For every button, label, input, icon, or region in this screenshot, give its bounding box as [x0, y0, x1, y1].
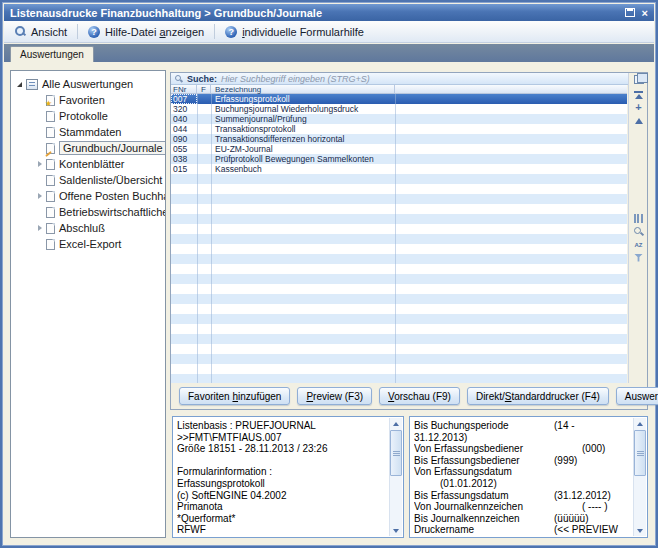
- form-help-button-label: individuelle Formularhilfe: [242, 26, 364, 38]
- document-icon: [46, 127, 55, 138]
- action-button-bar: Favoriten hinzufügen Preview (F3) Vorsch…: [171, 383, 647, 409]
- collapsed-icon[interactable]: [34, 161, 45, 167]
- table-row[interactable]: 090Transaktionsdifferenzen horizontal: [171, 134, 627, 144]
- column-header-f[interactable]: F: [197, 85, 211, 93]
- close-icon[interactable]: ×: [642, 8, 648, 18]
- scroll-down-arrow[interactable]: [390, 525, 402, 536]
- expanded-icon[interactable]: [14, 82, 25, 87]
- form-help-button[interactable]: ? individuelle Formularhilfe: [219, 24, 370, 40]
- tree-item-protokolle[interactable]: Protokolle: [11, 108, 165, 124]
- tree-item-kontenblaetter[interactable]: Kontenblätter: [11, 156, 165, 172]
- restore-icon[interactable]: [625, 8, 635, 17]
- scroll-thumb[interactable]: [634, 430, 646, 476]
- add-icon[interactable]: +: [632, 102, 645, 113]
- scroll-up-arrow[interactable]: [634, 418, 646, 429]
- list-tool-rail: + AZ: [628, 73, 647, 383]
- document-icon: [46, 175, 55, 186]
- search-bar[interactable]: Suche: Hier Suchbegriff eingeben (STRG+S…: [171, 73, 647, 85]
- document-icon: [46, 207, 55, 218]
- document-icon: [46, 111, 55, 122]
- report-table-body: 007Erfassungsprotokoll 320Buchungsjourna…: [171, 94, 627, 383]
- toolbar-separator: [77, 24, 78, 39]
- tab-auswertungen[interactable]: Auswertungen: [10, 46, 94, 62]
- scrollbar[interactable]: [633, 418, 646, 536]
- column-header-empty: [395, 85, 627, 93]
- toolbar-separator: [214, 24, 215, 39]
- table-row[interactable]: 044Transaktionsprotokoll: [171, 124, 627, 134]
- app-window: { "window": { "title": "Listenausdrucke …: [0, 0, 658, 548]
- table-header: FNr F Bezeichnung: [171, 85, 627, 94]
- table-row[interactable]: 055EU-ZM-Journal: [171, 144, 627, 154]
- preview-button[interactable]: Preview (F3): [297, 387, 372, 405]
- report-list-panel: Suche: Hier Suchbegriff eingeben (STRG+S…: [170, 72, 648, 410]
- application-window: Listenausdrucke Finanzbuchhaltung > Grun…: [0, 0, 658, 548]
- view-button[interactable]: Ansicht: [9, 24, 73, 40]
- search-input[interactable]: Hier Suchbegriff eingeben (STRG+S): [221, 74, 370, 84]
- tree-item-betriebswirtschaftliche[interactable]: Betriebswirtschaftliche Auswertungen: [11, 204, 165, 220]
- scroll-down-arrow[interactable]: [634, 525, 646, 536]
- tree-item-saldenliste[interactable]: Saldenliste/Übersicht: [11, 172, 165, 188]
- table-row[interactable]: 040Summenjournal/Prüfung: [171, 114, 627, 124]
- help-icon: ?: [225, 26, 237, 38]
- list-info-panel: Listenbasis : PRUEFJOURNAL >>FMT\FMTFIAU…: [172, 416, 404, 538]
- tree-item-abschluss[interactable]: Abschluß: [11, 220, 165, 236]
- view-button-label: Ansicht: [31, 26, 67, 38]
- add-favorite-button[interactable]: Favoriten hinzufügen: [179, 387, 290, 405]
- search-list-icon[interactable]: [632, 226, 645, 237]
- reports-root-icon: [26, 79, 38, 90]
- window-title: Listenausdrucke Finanzbuchhaltung > Grun…: [10, 7, 322, 19]
- report-tree-panel: Alle Auswertungen ★ Favoriten Protokolle…: [10, 70, 166, 538]
- scroll-thumb[interactable]: [390, 430, 402, 476]
- scroll-up-arrow[interactable]: [390, 418, 402, 429]
- tree-item-offene-posten[interactable]: Offene Posten Buchhaltung: [11, 188, 165, 204]
- tree-item-excel-export[interactable]: Excel-Export: [11, 236, 165, 252]
- table-row[interactable]: 007Erfassungsprotokoll: [171, 94, 627, 104]
- help-file-button-label: Hilfe-Datei anzeigen: [105, 26, 204, 38]
- parameter-info-text: Bis Buchungsperiode(14 - 31.12.2013) Von…: [414, 420, 631, 535]
- view-magnifier-icon: [15, 26, 26, 37]
- document-icon: [46, 239, 55, 250]
- document-icon: [46, 191, 55, 202]
- scrollbar[interactable]: [389, 418, 402, 536]
- tab-strip: Auswertungen: [4, 44, 654, 62]
- columns-icon[interactable]: [632, 213, 645, 224]
- window-controls: ×: [625, 8, 648, 18]
- column-header-bezeichnung[interactable]: Bezeichnung: [211, 85, 395, 93]
- empty-rows: [171, 174, 627, 383]
- favorites-icon: ★: [46, 95, 55, 106]
- table-row[interactable]: 038Prüfprotokoll Bewegungen Sammelkonten: [171, 154, 627, 164]
- list-info-text: Listenbasis : PRUEFJOURNAL >>FMT\FMTFIAU…: [177, 420, 387, 535]
- table-row[interactable]: 320Buchungsjournal Wiederholungsdruck: [171, 104, 627, 114]
- vorschau-button[interactable]: Vorschau (F9): [379, 387, 460, 405]
- parameter-info-panel: Bis Buchungsperiode(14 - 31.12.2013) Von…: [409, 416, 648, 538]
- tree-item-favoriten[interactable]: ★ Favoriten: [11, 92, 165, 108]
- collapsed-icon[interactable]: [34, 225, 45, 231]
- help-file-button[interactable]: ? Hilfe-Datei anzeigen: [82, 24, 210, 40]
- table-row[interactable]: 015Kassenbuch: [171, 164, 627, 174]
- document-icon: [46, 159, 55, 170]
- collapsed-icon[interactable]: [34, 193, 45, 199]
- tree-item-stammdaten[interactable]: Stammdaten: [11, 124, 165, 140]
- sort-az-icon[interactable]: AZ: [632, 239, 645, 250]
- help-icon: ?: [88, 26, 100, 38]
- column-header-fnr[interactable]: FNr: [171, 85, 197, 93]
- document-edit-icon: [46, 143, 55, 154]
- tree-item-alle-auswertungen[interactable]: Alle Auswertungen: [11, 76, 165, 92]
- document-icon: [46, 223, 55, 234]
- print-report-button[interactable]: Auswertung drucken: [616, 387, 658, 405]
- scroll-up-icon[interactable]: [632, 115, 645, 126]
- column-chooser-icon[interactable]: [632, 74, 645, 85]
- jump-top-icon[interactable]: [632, 89, 645, 100]
- title-bar: Listenausdrucke Finanzbuchhaltung > Grun…: [4, 4, 654, 21]
- tree-item-grundbuch-journale[interactable]: Grundbuch/Journale: [11, 140, 165, 156]
- direct-printer-button[interactable]: Direkt/Standarddrucker (F4): [467, 387, 609, 405]
- search-icon: [175, 75, 183, 83]
- search-label: Suche:: [187, 74, 217, 84]
- filter-icon[interactable]: [632, 252, 645, 263]
- toolbar: Ansicht ? Hilfe-Datei anzeigen ? individ…: [4, 21, 654, 43]
